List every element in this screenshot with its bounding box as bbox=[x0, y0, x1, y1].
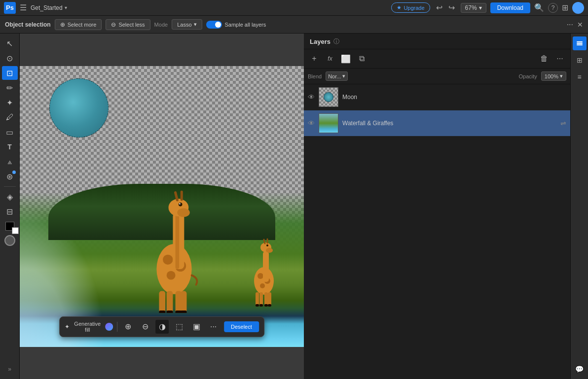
add-layer-button[interactable]: + bbox=[308, 52, 321, 65]
svg-rect-16 bbox=[159, 291, 165, 313]
svg-point-9 bbox=[179, 203, 183, 207]
opacity-input[interactable]: 100% ▾ bbox=[541, 71, 566, 81]
panel-icon-comments[interactable]: 💬 bbox=[573, 362, 587, 376]
download-button[interactable]: Download bbox=[490, 2, 530, 13]
canvas-wrapper: ✦ Generative fill ⊕ ⊖ ◑ ⬚ ▣ ··· Deselect bbox=[20, 66, 304, 347]
select-canvas-button[interactable]: ▣ bbox=[190, 320, 203, 334]
toolbar-more-button[interactable]: ··· bbox=[567, 20, 573, 29]
svg-rect-20 bbox=[159, 310, 165, 313]
bt-divider-1 bbox=[117, 322, 117, 332]
tool-name-label: Object selection bbox=[5, 21, 51, 28]
gen-fill-icon: ✦ bbox=[65, 323, 70, 330]
tool-object-selection[interactable]: ⊡ bbox=[2, 66, 18, 80]
layer-adjust-icon[interactable]: ⇌ bbox=[560, 119, 566, 127]
toolbar-bar: Object selection ⊕ Select more ⊖ Select … bbox=[0, 16, 588, 34]
delete-layer-button[interactable]: 🗑 bbox=[538, 52, 551, 65]
panel-icon-adjustments[interactable]: ≡ bbox=[573, 70, 587, 84]
toggle-switch[interactable] bbox=[206, 21, 222, 29]
hamburger-menu[interactable]: ☰ bbox=[20, 3, 27, 12]
sample-all-layers-toggle[interactable]: Sample all layers bbox=[206, 21, 266, 29]
svg-rect-6 bbox=[175, 212, 179, 269]
background-color[interactable] bbox=[12, 227, 19, 234]
tool-type[interactable]: T bbox=[2, 140, 18, 154]
zoom-control[interactable]: 67% ▾ bbox=[461, 3, 486, 13]
svg-rect-19 bbox=[180, 310, 186, 313]
sample-all-layers-label: Sample all layers bbox=[225, 22, 266, 28]
layer-thumb-moon-bg bbox=[319, 88, 338, 106]
canvas-area[interactable]: ✦ Generative fill ⊕ ⊖ ◑ ⬚ ▣ ··· Deselect bbox=[20, 34, 304, 379]
svg-rect-39 bbox=[577, 44, 583, 45]
svg-rect-33 bbox=[268, 292, 271, 306]
lasso-dropdown[interactable]: Lasso ▾ bbox=[172, 19, 202, 30]
mode-label: Mode bbox=[154, 22, 168, 28]
bt-more-button[interactable]: ··· bbox=[207, 320, 220, 334]
giraffe-small bbox=[247, 224, 281, 313]
tool-rectangle[interactable]: ▭ bbox=[2, 125, 18, 139]
redo-button[interactable]: ↪ bbox=[446, 2, 457, 13]
undo-button[interactable]: ↩ bbox=[434, 2, 444, 13]
tool-ruler[interactable]: ⊟ bbox=[2, 205, 18, 218]
svg-rect-36 bbox=[264, 304, 268, 307]
gen-fill-badge bbox=[105, 323, 113, 331]
layers-panel: Layers ⓘ + fx ⬜ ⧉ 🗑 ··· Blend Nor... ▾ bbox=[304, 34, 570, 379]
more-tools-button[interactable]: » bbox=[2, 362, 18, 376]
deselect-button[interactable]: Deselect bbox=[224, 321, 259, 332]
opacity-label: Opacity bbox=[519, 73, 537, 79]
layer-thumb-waterfall bbox=[319, 113, 338, 133]
layer-name-moon: Moon bbox=[342, 94, 566, 101]
svg-rect-34 bbox=[256, 292, 259, 306]
right-panel-wrapper: Layers ⓘ + fx ⬜ ⧉ 🗑 ··· Blend Nor... ▾ bbox=[304, 34, 588, 379]
color-swatches[interactable] bbox=[2, 219, 18, 233]
select-more-label: Select more bbox=[68, 22, 97, 28]
tool-circle-swatch[interactable] bbox=[4, 235, 15, 246]
layer-visibility-waterfall[interactable]: 👁 bbox=[308, 119, 315, 127]
mask-button[interactable]: ⬜ bbox=[339, 52, 352, 65]
group-button[interactable]: ⧉ bbox=[355, 52, 368, 65]
layer-item-waterfall[interactable]: 👁 Waterfall & Giraffes ⇌ bbox=[304, 110, 570, 137]
apps-icon[interactable]: ⊞ bbox=[562, 3, 568, 12]
invert-button[interactable]: ◑ bbox=[156, 320, 169, 334]
panel-icon-layers[interactable] bbox=[573, 36, 587, 50]
svg-point-28 bbox=[266, 244, 268, 246]
giraffe-large bbox=[142, 175, 206, 313]
layer-thumb-moon bbox=[319, 87, 338, 107]
layer-visibility-moon[interactable]: 👁 bbox=[308, 93, 315, 101]
svg-point-27 bbox=[266, 248, 273, 253]
svg-line-11 bbox=[175, 193, 177, 200]
tool-select[interactable]: ↖ bbox=[2, 36, 18, 50]
panel-icon-properties[interactable]: ⊞ bbox=[573, 53, 587, 67]
tool-eyedropper[interactable]: ⊙ bbox=[2, 51, 18, 65]
doc-title[interactable]: Get_Started ▾ bbox=[31, 4, 67, 11]
tool-brush[interactable]: ✏ bbox=[2, 81, 18, 95]
transform-button[interactable]: ⊕ bbox=[121, 320, 135, 334]
blend-dropdown[interactable]: Nor... ▾ bbox=[326, 71, 348, 81]
tool-smart[interactable]: ⊛ bbox=[2, 170, 18, 183]
star-icon: ★ bbox=[397, 4, 402, 11]
opacity-chevron: ▾ bbox=[560, 73, 563, 79]
tool-gen-ai[interactable]: ✦ bbox=[2, 96, 18, 109]
tool-color-picker[interactable]: ◈ bbox=[2, 190, 18, 204]
blend-chevron: ▾ bbox=[342, 73, 345, 79]
select-subject-button[interactable]: ⬚ bbox=[173, 320, 186, 334]
generative-fill-button[interactable]: ✦ Generative fill bbox=[65, 321, 113, 333]
fx-button[interactable]: fx bbox=[324, 52, 336, 65]
undo-redo-group: ↩ ↪ bbox=[434, 2, 457, 13]
layers-info-icon[interactable]: ⓘ bbox=[333, 37, 339, 46]
upgrade-button[interactable]: ★ Upgrade bbox=[391, 2, 430, 13]
toolbar-close-button[interactable]: ✕ bbox=[577, 21, 583, 29]
user-avatar[interactable] bbox=[572, 2, 584, 14]
svg-point-10 bbox=[179, 203, 181, 205]
search-icon[interactable]: 🔍 bbox=[534, 3, 544, 12]
moon-circle bbox=[49, 78, 109, 138]
top-icons: 🔍 ? ⊞ bbox=[534, 3, 568, 13]
tool-pen[interactable]: 🖊 bbox=[2, 110, 18, 124]
layer-item-moon[interactable]: 👁 Moon bbox=[304, 84, 570, 110]
svg-rect-31 bbox=[259, 292, 263, 306]
subtract-button[interactable]: ⊖ bbox=[139, 320, 152, 334]
tool-warp[interactable]: ⟁ bbox=[2, 155, 18, 169]
help-icon[interactable]: ? bbox=[548, 3, 558, 13]
select-less-button[interactable]: ⊖ Select less bbox=[106, 19, 150, 30]
zoom-chevron: ▾ bbox=[479, 4, 482, 11]
select-more-button[interactable]: ⊕ Select more bbox=[55, 19, 102, 30]
layers-more-button[interactable]: ··· bbox=[553, 52, 566, 65]
